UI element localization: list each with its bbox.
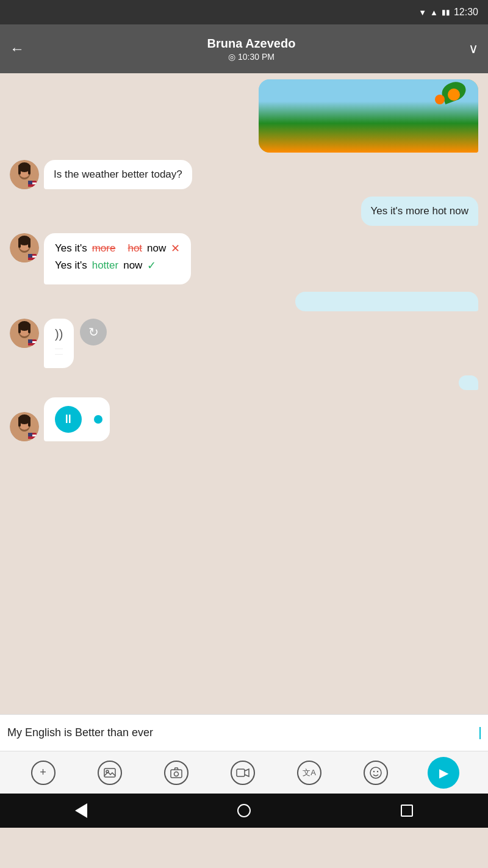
svg-point-50 (373, 770, 375, 772)
status-time: 12:30 (454, 7, 478, 18)
image-icon (98, 761, 122, 785)
chevron-down-icon[interactable]: ∨ (468, 41, 478, 57)
nav-back-button[interactable] (63, 798, 99, 823)
battery-icon: ▮▮ (442, 8, 450, 16)
svg-rect-28 (28, 324, 30, 333)
message-row (10, 375, 478, 390)
grammar-wrong-line: Yes it's more hot now ✕ (55, 242, 180, 255)
camera-icon (164, 761, 188, 785)
message-text: Yes it's more hot now (371, 205, 468, 217)
input-area: My English is Better than ever (0, 714, 488, 751)
video-button[interactable] (228, 758, 257, 787)
input-text[interactable]: My English is Better than ever (7, 726, 479, 739)
svg-rect-48 (237, 769, 245, 776)
svg-rect-9 (28, 184, 37, 187)
incoming-bubble: Is the weather better today? (44, 160, 192, 189)
nav-recent-button[interactable] (389, 798, 425, 823)
toolbar: + 文A (0, 751, 488, 794)
signal-icon: ▲ (430, 8, 438, 17)
svg-rect-32 (28, 339, 32, 343)
status-icons: ▼ ▲ ▮▮ 12:30 (418, 7, 478, 18)
translate-button[interactable]: 文A (295, 758, 324, 787)
svg-rect-44 (104, 769, 115, 777)
svg-rect-20 (28, 258, 37, 260)
divider (55, 354, 63, 355)
svg-rect-43 (28, 433, 32, 436)
send-button[interactable]: ▶ (428, 757, 459, 789)
correct-word: hotter (92, 259, 118, 272)
chat-header: ← Bruna Azevedo ◎ 10:30 PM ∨ (0, 24, 488, 73)
avatar (10, 319, 39, 348)
translate-icon: 文A (297, 761, 321, 785)
image-placeholder (259, 79, 478, 153)
grammar-bubble: Yes it's more hot now ✕ Yes it's hotter … (44, 233, 191, 284)
avatar (10, 233, 39, 262)
message-text: Is the weather better today? (54, 168, 182, 180)
svg-rect-17 (28, 238, 30, 248)
header-time: ◎ 10:30 PM (34, 52, 468, 62)
avatar (10, 412, 39, 441)
grammar-correct-line: Yes it's hotter now ✓ (55, 259, 180, 272)
location-icon: ◎ (228, 52, 235, 62)
audio-bubble[interactable] (295, 292, 478, 311)
chat-area: Is the weather better today? Yes it's mo… (0, 73, 488, 714)
svg-rect-31 (28, 343, 37, 345)
video-icon (231, 761, 255, 785)
wifi-icon: ▼ (418, 8, 426, 17)
send-icon: ▶ (439, 765, 448, 780)
emoji-button[interactable] (361, 758, 390, 787)
correct-prefix: Yes it's (55, 259, 87, 272)
nav-back-icon (75, 803, 87, 818)
wrong-suffix: now (147, 242, 166, 255)
grammar-message-row: Yes it's more hot now ✕ Yes it's hotter … (10, 233, 478, 284)
header-info: Bruna Azevedo ◎ 10:30 PM (34, 37, 468, 62)
plus-icon: + (31, 761, 56, 785)
orange-decoration2 (435, 95, 445, 104)
outgoing-bubble (459, 375, 478, 390)
voice-bubble: )) (44, 319, 74, 368)
svg-rect-21 (28, 254, 32, 258)
svg-rect-6 (28, 165, 30, 175)
chat-content: Is the weather better today? Yes it's mo… (10, 79, 478, 441)
voice-wave-icon: )) (55, 327, 63, 341)
playing-message-row: ⏸ (10, 397, 478, 441)
message-row (10, 79, 478, 153)
pause-button[interactable]: ⏸ (55, 406, 82, 433)
message-row: Is the weather better today? (10, 160, 478, 189)
svg-rect-27 (18, 324, 21, 333)
svg-rect-10 (28, 181, 32, 184)
voice-message-row: )) ↻ (10, 319, 478, 368)
audio-message-row (10, 292, 478, 311)
wrong-prefix: Yes it's (55, 242, 87, 255)
divider (55, 349, 63, 349)
orange-decoration (448, 89, 460, 101)
pause-icon: ⏸ (62, 412, 74, 426)
x-mark-icon: ✕ (171, 242, 180, 255)
wrong-word1: more (92, 242, 116, 255)
plus-button[interactable]: + (29, 758, 58, 787)
progress-thumb (94, 415, 102, 424)
refresh-button[interactable]: ↻ (80, 319, 107, 345)
audio-progress (89, 419, 99, 420)
voice-top: )) (55, 327, 63, 341)
avatar (10, 160, 39, 189)
contact-name: Bruna Azevedo (34, 37, 468, 51)
outgoing-bubble: Yes it's more hot now (361, 197, 478, 226)
svg-rect-38 (18, 417, 21, 427)
svg-rect-16 (18, 238, 21, 248)
check-mark-icon: ✓ (147, 259, 156, 272)
nav-home-icon (237, 804, 251, 817)
svg-point-49 (370, 767, 381, 778)
nav-bar (0, 794, 488, 828)
back-button[interactable]: ← (10, 40, 24, 57)
image-button[interactable] (95, 758, 124, 787)
nav-home-button[interactable] (226, 798, 262, 823)
svg-point-51 (377, 770, 378, 772)
image-bubble (259, 79, 478, 153)
playing-bubble: ⏸ (44, 397, 110, 441)
svg-point-47 (174, 772, 178, 776)
svg-rect-39 (28, 417, 30, 427)
correct-suffix: now (123, 259, 142, 272)
camera-button[interactable] (162, 758, 191, 787)
message-row: Yes it's more hot now (10, 197, 478, 226)
